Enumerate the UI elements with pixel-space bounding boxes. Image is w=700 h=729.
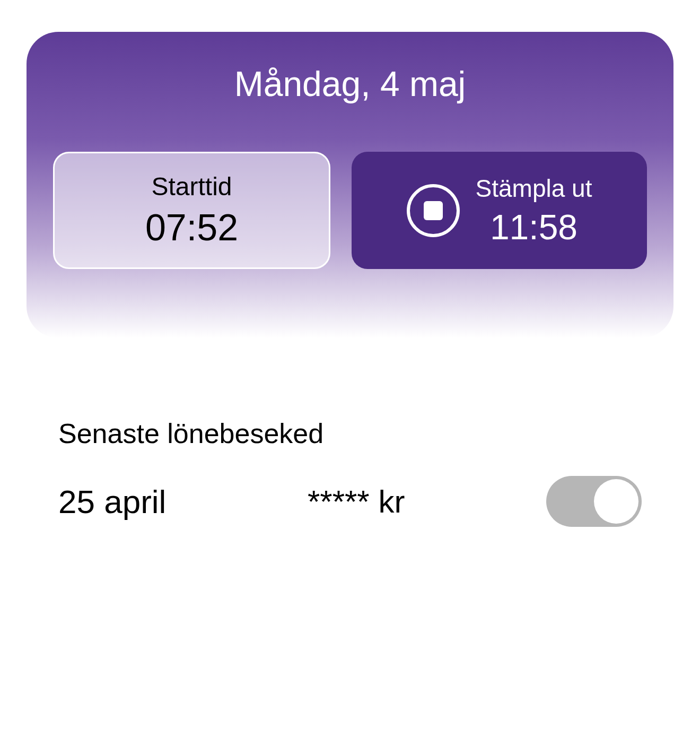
punch-out-text: Stämpla ut 11:58 <box>476 174 592 247</box>
punch-out-time: 11:58 <box>490 207 578 247</box>
start-time-value: 07:52 <box>145 206 238 249</box>
start-time-box: Starttid 07:52 <box>53 152 330 269</box>
stop-icon <box>407 184 460 237</box>
time-row: Starttid 07:52 Stämpla ut 11:58 <box>53 152 647 269</box>
time-card: Måndag, 4 maj Starttid 07:52 Stämpla ut … <box>27 32 673 338</box>
payslip-heading: Senaste lönebeseked <box>58 418 642 449</box>
punch-out-button[interactable]: Stämpla ut 11:58 <box>352 152 647 269</box>
toggle-knob <box>594 479 638 524</box>
amount-visibility-toggle[interactable] <box>546 476 642 527</box>
punch-out-label: Stämpla ut <box>476 174 592 203</box>
payslip-section: Senaste lönebeseked 25 april ***** kr <box>27 418 673 527</box>
payslip-row: 25 april ***** kr <box>58 476 642 527</box>
date-title: Måndag, 4 maj <box>53 64 647 104</box>
payslip-amount: ***** kr <box>308 483 405 520</box>
payslip-date: 25 april <box>58 483 166 520</box>
start-time-label: Starttid <box>151 172 232 201</box>
